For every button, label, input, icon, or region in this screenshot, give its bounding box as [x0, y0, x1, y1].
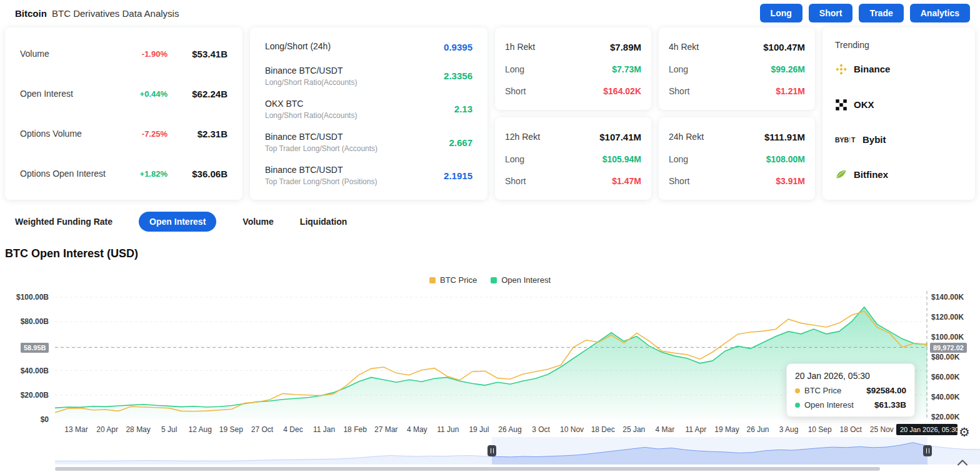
nav-button[interactable]: Trade [859, 4, 903, 22]
legend-item[interactable]: Open Interest [491, 275, 551, 285]
rekt-total-value: $111.91M [764, 132, 805, 142]
navigator-selection[interactable] [492, 437, 928, 465]
bitfinex-logo-icon [835, 168, 848, 180]
tooltip-value: $92584.00 [866, 386, 906, 395]
x-axis-label: 19 May [714, 425, 739, 434]
rekt-long-value: $7.73M [612, 64, 641, 74]
legend-label: BTC Price [440, 275, 477, 285]
rekt-grid: 1h Rekt $7.89M Long $7.73M Short $164.02… [495, 27, 815, 200]
chart-tabs: Weighted Funding Rate Open Interest Volu… [15, 211, 965, 232]
legend-swatch-icon [491, 277, 497, 283]
svg-text:!: ! [849, 136, 851, 144]
ratio-row[interactable]: Binance BTC/USDT Top Trader Long/Short (… [265, 165, 472, 186]
metric-value: $36.06B [168, 169, 228, 179]
x-axis-label: 18 Dec [591, 425, 615, 434]
tab[interactable]: Weighted Funding Rate [15, 217, 112, 227]
x-axis-label: 25 Nov [870, 425, 894, 434]
ratio-label: Binance BTC/USDT [265, 165, 377, 175]
x-axis-label: 4 May [407, 425, 428, 434]
trending-card: Trending Binance OKX BYB!T Bybit [822, 27, 975, 200]
x-axis-label: 19 Jul [469, 425, 489, 434]
page-title-secondary: BTC Derivatives Data Analysis [52, 8, 179, 19]
ratio-row[interactable]: Binance BTC/USDT Long/Short Ratio(Accoun… [265, 66, 472, 87]
rekt-long-value: $99.26M [771, 64, 805, 74]
ratio-label: Binance BTC/USDT [265, 66, 357, 76]
ratio-label: Long/Short (24h) [265, 41, 331, 51]
y-axis-label: $100.00K [931, 333, 976, 341]
rekt-long-label: Long [505, 64, 524, 74]
metric-row: Open Interest +0.44% $62.24B [20, 89, 228, 99]
trending-item[interactable]: BYB!T Bybit [835, 134, 962, 145]
rekt-total-value: $107.41M [599, 132, 641, 142]
rekt-long-label: Long [505, 154, 524, 164]
metric-value: $53.41B [168, 49, 228, 59]
tab[interactable]: Liquidation [300, 217, 347, 227]
ratio-value: 2.3356 [444, 71, 472, 81]
tab[interactable]: Open Interest [139, 212, 216, 232]
metric-change: -7.25% [115, 129, 168, 139]
chart-navigator[interactable] [55, 437, 980, 465]
nav-button[interactable]: Analytics [910, 4, 970, 22]
rekt-short-value: $164.02K [603, 86, 641, 96]
ratio-value: 0.9395 [444, 42, 472, 52]
ratio-row[interactable]: Binance BTC/USDT Top Trader Long/Short (… [265, 132, 472, 153]
y-axis-label: $20.00B [0, 391, 49, 399]
ratio-sublabel: Long/Short Ratio(Accounts) [265, 78, 357, 87]
metric-label: Volume [20, 49, 115, 59]
topbar: Bitcoin BTC Derivatives Data Analysis Lo… [0, 0, 980, 26]
rekt-short-value: $3.91M [776, 176, 805, 186]
x-axis-label: 4 Dec [283, 425, 302, 434]
navigator-handle-right-icon[interactable] [923, 445, 932, 456]
tooltip-row: Open Interest $61.33B [795, 400, 906, 410]
bybit-logo-icon: BYB!T [835, 135, 856, 144]
trending-item[interactable]: OKX [835, 99, 962, 111]
metric-change: -1.90% [115, 49, 168, 59]
exchange-name: Bitfinex [854, 169, 888, 180]
rekt-short-label: Short [669, 86, 689, 96]
y-axis-label: $20.00K [931, 413, 976, 421]
x-axis-label: 25 Jan [622, 425, 645, 434]
ratio-row[interactable]: Long/Short (24h) 0.9395 [265, 41, 472, 54]
ratio-value: 2.1915 [444, 170, 472, 181]
navigator-mask-right [928, 437, 980, 465]
tab[interactable]: Volume [242, 217, 274, 227]
y-axis-label: $40.00B [0, 367, 49, 375]
x-axis: 13 Mar20 Apr28 May5 Jul12 Aug19 Sep27 Oc… [55, 425, 928, 435]
exchange-name: Bybit [862, 134, 886, 145]
x-axis-label: 10 Nov [560, 425, 584, 434]
tooltip-row: BTC Price $92584.00 [795, 386, 906, 395]
rekt-card: 4h Rekt $100.47M Long $99.26M Short $1.2… [659, 27, 815, 110]
y-axis-label: $60.00K [931, 373, 976, 381]
collapse-chevron-icon[interactable] [956, 458, 969, 470]
legend-swatch-icon [429, 277, 436, 283]
page-title-primary: Bitcoin [15, 8, 47, 19]
horizontal-scrollbar-thumb[interactable] [55, 467, 880, 471]
x-axis-label: 26 Aug [498, 425, 521, 434]
exchange-name: Binance [854, 64, 890, 74]
horizontal-scrollbar-track [0, 466, 980, 472]
legend-label: Open Interest [501, 275, 551, 285]
navigator-handle-left-icon[interactable] [488, 445, 496, 456]
trending-item[interactable]: Binance [835, 63, 962, 76]
metric-label: Options Open Interest [20, 169, 115, 179]
ratio-row[interactable]: OKX BTC Long/Short Ratio(Accounts) 2.13 [265, 99, 472, 120]
x-axis-label: 18 Feb [343, 425, 366, 434]
long-short-ratios-card: Long/Short (24h) 0.9395 Binance BTC/USDT… [250, 27, 488, 200]
y-axis-label: $80.00B [0, 318, 49, 325]
settings-gear-icon[interactable]: ⚙ [959, 425, 970, 440]
metric-value: $62.24B [168, 89, 228, 99]
x-axis-label: 3 Oct [532, 425, 550, 434]
trending-item[interactable]: Bitfinex [835, 168, 962, 180]
rekt-total-value: $100.47M [763, 42, 805, 52]
x-axis-label: 12 Aug [189, 425, 212, 434]
nav-button[interactable]: Long [760, 4, 802, 22]
rekt-short-value: $1.21M [776, 86, 805, 96]
y-axis-label: $140.00K [931, 293, 976, 301]
svg-text:BYB: BYB [835, 136, 849, 144]
rekt-period-label: 12h Rekt [505, 132, 540, 142]
nav-button[interactable]: Short [809, 4, 853, 22]
ratio-sublabel: Long/Short Ratio(Accounts) [265, 111, 357, 120]
ratio-value: 2.13 [454, 104, 472, 114]
x-axis-label: 11 Apr [685, 425, 706, 434]
legend-item[interactable]: BTC Price [429, 275, 477, 285]
